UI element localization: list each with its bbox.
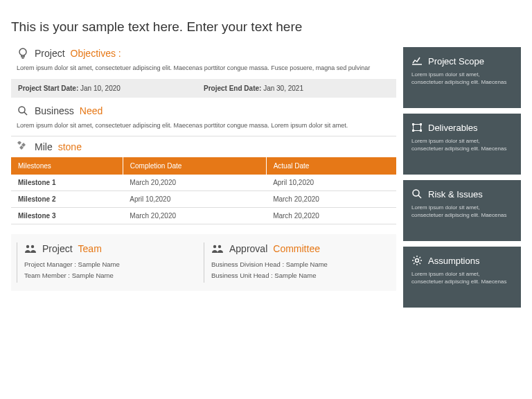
team-section: Project Team Project Manager : Sample Na… xyxy=(17,242,204,283)
svg-point-11 xyxy=(416,259,419,263)
search-icon xyxy=(17,105,29,117)
end-date: Project End Date: Jan 30, 2021 xyxy=(204,85,389,92)
th-milestones: Milestones xyxy=(11,157,123,175)
cell: March 20,2020 xyxy=(266,191,396,208)
approval-section: Approval Committee Business Division Hea… xyxy=(204,242,391,283)
need-heading: Business Need xyxy=(17,105,396,117)
svg-rect-8 xyxy=(412,130,414,132)
card-deliverables: Deliverables Lorem ipsum dolor sit amet,… xyxy=(403,114,521,175)
svg-point-2 xyxy=(26,245,29,248)
cell: March 20,2020 xyxy=(123,208,266,224)
need-title-2: Need xyxy=(80,105,103,116)
card-risk: Risk & Issues Lorem ipsum dolor sit amet… xyxy=(403,180,521,241)
cell: Milestone 3 xyxy=(11,208,123,224)
card-body: Lorem ipsum dolor sit amet, consectetuer… xyxy=(411,270,513,285)
need-section: Business Need Lorem ipsum dolor sit amet… xyxy=(11,105,396,131)
start-date-value: Jan 10, 2020 xyxy=(78,85,121,92)
card-scope: Project Scope Lorem ipsum dolor sit amet… xyxy=(403,47,521,108)
page-title: This is your sample text here. Enter you… xyxy=(11,19,521,35)
th-completion: Completion Date xyxy=(123,157,266,175)
approval-title-1: Approval xyxy=(229,243,267,254)
milestone-table: Milestones Completion Date Actual Date M… xyxy=(11,157,396,224)
team-heading: Project Team xyxy=(24,242,204,255)
objectives-section: Project Objectives : Lorem ipsum dolor s… xyxy=(11,47,396,73)
svg-point-3 xyxy=(31,245,34,248)
svg-point-5 xyxy=(218,245,221,248)
end-date-value: Jan 30, 2021 xyxy=(261,85,303,92)
cell: April 10,2020 xyxy=(266,175,396,191)
team-title-1: Project xyxy=(42,243,73,254)
cell: Milestone 2 xyxy=(11,191,123,208)
nodes-icon xyxy=(411,122,423,133)
search-icon xyxy=(411,188,423,200)
chart-icon xyxy=(411,55,423,66)
milestone-heading: Milestone xyxy=(17,141,396,153)
end-date-label: Project End Date: xyxy=(204,85,261,92)
table-row: Milestone 2April 10,2020March 20,2020 xyxy=(11,191,396,208)
lightbulb-icon xyxy=(17,47,29,60)
approval-title-2: Committee xyxy=(273,243,320,254)
start-date: Project Start Date: Jan 10, 2020 xyxy=(18,85,204,92)
th-actual: Actual Date xyxy=(266,157,396,175)
milestone-title-2: stone xyxy=(58,141,82,152)
cell: March 20,2020 xyxy=(123,175,266,191)
main-column: Project Objectives : Lorem ipsum dolor s… xyxy=(11,47,396,308)
bottom-row: Project Team Project Manager : Sample Na… xyxy=(11,234,396,291)
svg-point-10 xyxy=(413,190,419,196)
card-title: Assumptions xyxy=(428,256,479,266)
objectives-heading: Project Objectives : xyxy=(17,47,396,60)
objectives-body: Lorem ipsum dolor sit amet, consectetuer… xyxy=(11,64,396,73)
approval-row: Business Division Head : Sample Name xyxy=(211,260,391,268)
card-heading: Project Scope xyxy=(411,55,513,66)
card-body: Lorem ipsum dolor sit amet, consectetuer… xyxy=(411,137,513,152)
team-row: Team Member : Sample Name xyxy=(24,272,204,279)
approval-heading: Approval Committee xyxy=(211,242,391,255)
card-assumptions: Assumptions Lorem ipsum dolor sit amet, … xyxy=(403,247,521,308)
svg-point-1 xyxy=(19,107,25,113)
cell: April 10,2020 xyxy=(123,191,266,208)
cell: March 20,2020 xyxy=(266,208,396,224)
svg-point-0 xyxy=(19,48,26,55)
milestone-title-1: Mile xyxy=(35,141,53,152)
gear-icon xyxy=(411,255,423,266)
people-icon xyxy=(211,242,224,255)
card-title: Risk & Issues xyxy=(428,189,483,200)
card-title: Deliverables xyxy=(428,123,478,133)
card-title: Project Scope xyxy=(428,56,484,66)
need-title-1: Business xyxy=(35,105,74,116)
people-icon xyxy=(24,242,37,255)
layout: Project Objectives : Lorem ipsum dolor s… xyxy=(11,47,521,308)
team-row: Project Manager : Sample Name xyxy=(24,260,204,268)
objectives-title-1: Project xyxy=(35,48,65,59)
table-header-row: Milestones Completion Date Actual Date xyxy=(11,157,396,175)
cell: Milestone 1 xyxy=(11,175,123,191)
svg-rect-7 xyxy=(420,123,422,125)
need-body: Lorem ipsum dolor sit amet, consectetuer… xyxy=(11,121,396,131)
svg-rect-9 xyxy=(420,130,422,132)
card-heading: Deliverables xyxy=(411,122,513,133)
divider xyxy=(11,136,396,136)
svg-point-4 xyxy=(213,245,216,248)
card-heading: Assumptions xyxy=(411,255,513,266)
side-column: Project Scope Lorem ipsum dolor sit amet… xyxy=(403,47,521,308)
objectives-title-2: Objectives : xyxy=(71,48,121,59)
milestone-section: Milestone Milestones Completion Date Act… xyxy=(11,141,396,224)
table-row: Milestone 1March 20,2020April 10,2020 xyxy=(11,175,396,191)
svg-rect-6 xyxy=(412,123,414,125)
approval-row: Business Unit Head : Sample Name xyxy=(211,272,391,279)
table-row: Milestone 3March 20,2020March 20,2020 xyxy=(11,208,396,224)
card-heading: Risk & Issues xyxy=(411,188,513,200)
start-date-label: Project Start Date: xyxy=(18,85,78,92)
date-bar: Project Start Date: Jan 10, 2020 Project… xyxy=(11,79,396,98)
card-body: Lorem ipsum dolor sit amet, consectetuer… xyxy=(411,204,513,219)
card-body: Lorem ipsum dolor sit amet, consectetuer… xyxy=(411,71,513,86)
flag-icon xyxy=(17,141,29,153)
team-title-2: Team xyxy=(78,243,102,254)
